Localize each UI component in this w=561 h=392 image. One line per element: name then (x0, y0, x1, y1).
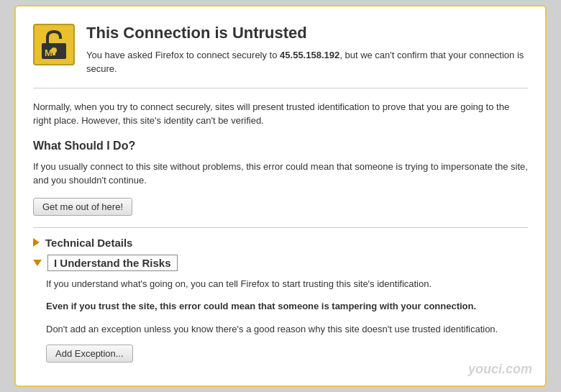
technical-title: Technical Details (45, 237, 132, 249)
understand-arrow-icon (33, 260, 42, 266)
technical-header[interactable]: Technical Details (33, 237, 528, 249)
understand-para2-bold: Even if you trust the site, this error c… (46, 301, 476, 311)
page-title: This Connection is Untrusted (86, 24, 528, 42)
technical-section: Technical Details (33, 237, 528, 249)
broken-lock-svg: M (39, 29, 69, 60)
understand-section: I Understand the Risks If you understand… (33, 255, 528, 366)
understand-content: If you understand what's going on, you c… (33, 277, 528, 366)
normal-text: Normally, when you try to connect secure… (33, 100, 528, 128)
header-section: M This Connection is Untrusted You have … (33, 24, 528, 88)
what-body: If you usually connect to this site with… (33, 160, 528, 188)
divider-1 (33, 227, 528, 228)
what-heading: What Should I Do? (33, 140, 528, 152)
ip-address: 45.55.158.192 (280, 50, 339, 60)
technical-arrow-icon (33, 238, 40, 247)
understand-para3: Don't add an exception unless you know t… (46, 322, 528, 337)
header-text: This Connection is Untrusted You have as… (86, 24, 528, 76)
intro-text-1: You have asked Firefox to connect secure… (86, 50, 280, 60)
understand-title: I Understand the Risks (47, 255, 178, 271)
understand-para2: Even if you trust the site, this error c… (46, 299, 528, 314)
main-content: Normally, when you try to connect secure… (33, 100, 528, 219)
add-exception-button[interactable]: Add Exception... (46, 345, 133, 363)
warning-icon: M (33, 24, 75, 65)
svg-rect-3 (53, 50, 55, 55)
intro-paragraph: You have asked Firefox to connect secure… (86, 48, 528, 76)
get-out-button[interactable]: Get me out of here! (33, 198, 132, 216)
understand-header[interactable]: I Understand the Risks (33, 255, 528, 271)
svg-text:M: M (45, 47, 53, 58)
understand-para1: If you understand what's going on, you c… (46, 277, 528, 291)
untrusted-dialog: M This Connection is Untrusted You have … (14, 5, 547, 388)
